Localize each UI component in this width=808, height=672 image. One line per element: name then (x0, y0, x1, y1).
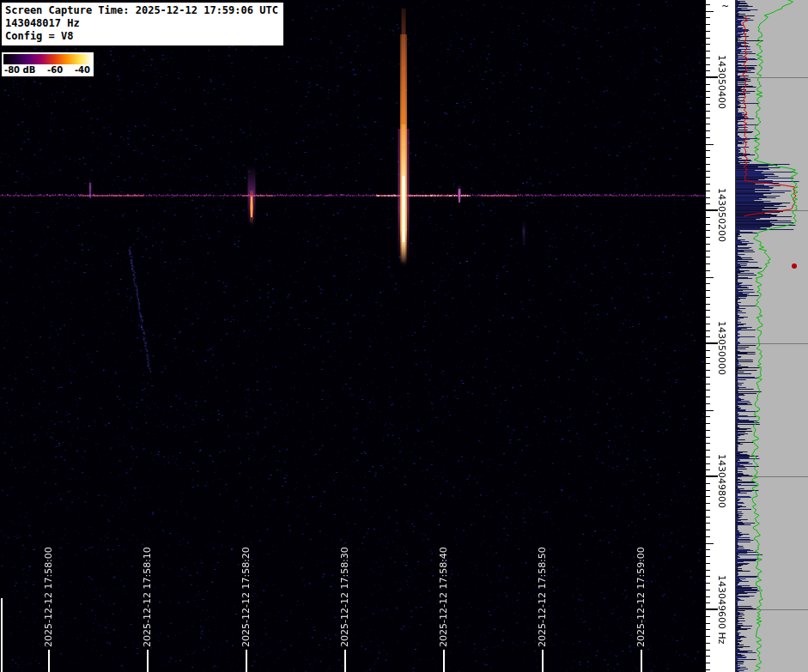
time-tick-label: 2025-12-12 17:58:10 (142, 547, 153, 647)
center-frequency-text: 143048017 Hz (5, 17, 278, 30)
freq-tick-label: 143050000 (716, 321, 727, 375)
time-tick-label: 2025-12-12 17:59:00 (635, 547, 647, 647)
time-tick-label: 2025-12-12 17:58:00 (43, 547, 54, 647)
freq-tick-label: 143049600 Hz (716, 575, 727, 645)
color-scale-mid-label: -60 (47, 65, 63, 75)
time-tick-label: 2025-12-12 17:58:30 (339, 547, 350, 647)
capture-time-text: Screen Capture Time: 2025-12-12 17:59:06… (5, 4, 278, 17)
capture-info-box: Screen Capture Time: 2025-12-12 17:59:06… (2, 3, 283, 45)
time-tick-label: 2025-12-12 17:58:40 (438, 547, 449, 647)
freq-tick-label: 143050200 (716, 188, 727, 242)
spectrogram-app: Screen Capture Time: 2025-12-12 17:59:06… (0, 0, 808, 672)
color-scale-gradient (3, 54, 92, 64)
freq-tick-label: 143049800 (716, 454, 727, 508)
color-scale-min-label: -80 dB (4, 65, 35, 75)
waterfall-spectrogram (0, 0, 706, 672)
config-text: Config = V8 (5, 30, 278, 43)
time-tick-label: 2025-12-12 17:58:50 (537, 547, 548, 647)
color-scale-legend: -80 dB -60 -40 (2, 52, 94, 76)
freq-tick-label: 143050400 (716, 55, 727, 109)
time-tick-label: 2025-12-12 17:58:20 (240, 547, 252, 647)
spectrum-side-panel (735, 0, 808, 672)
color-scale-max-label: -40 (75, 65, 90, 75)
color-scale-labels: -80 dB -60 -40 (3, 64, 92, 75)
